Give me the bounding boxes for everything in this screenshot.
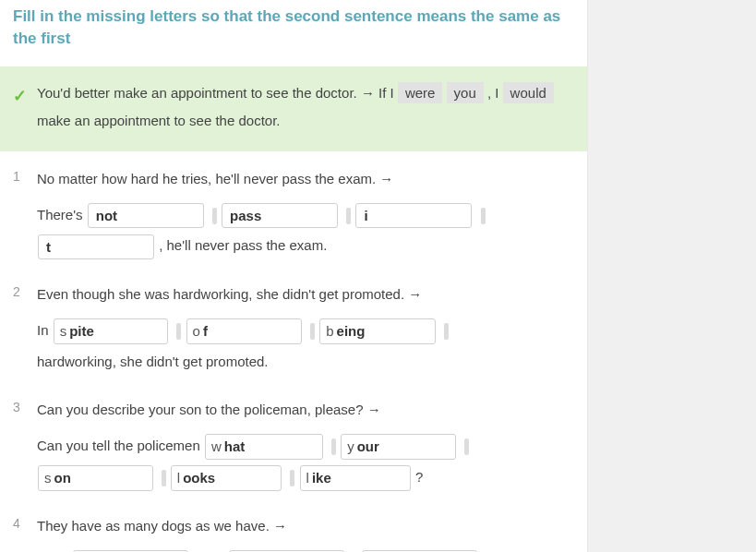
answer-pretext: There's — [37, 207, 87, 222]
blank-input[interactable] — [54, 470, 147, 486]
drag-handle-icon[interactable] — [310, 323, 315, 340]
example-block: ✓ You'd better make an appointment to se… — [0, 66, 587, 151]
question-3: 3 Can you describe your son to the polic… — [13, 399, 574, 493]
blank-3[interactable]: s — [38, 465, 153, 491]
blank-input[interactable] — [46, 239, 148, 255]
blank-prefix: l — [177, 470, 181, 486]
blank-prefix: b — [326, 323, 334, 339]
blank-input[interactable] — [224, 438, 317, 454]
question-prompt: No matter how hard he tries, he'll never… — [37, 168, 574, 190]
example-answer-1: were — [398, 82, 443, 103]
main-content: Fill in the missing letters so that the … — [0, 0, 587, 552]
blank-2[interactable] — [222, 203, 338, 229]
blank-input[interactable] — [357, 438, 450, 454]
blank-5[interactable]: l — [300, 465, 411, 491]
answer-line-1: There's — [37, 199, 574, 231]
right-sidebar — [587, 0, 756, 552]
blank-3[interactable] — [355, 203, 472, 229]
question-prompt: Even though she was hardworking, she did… — [37, 283, 574, 306]
blank-prefix: w — [211, 438, 222, 454]
question-content: They have as many dogs as we have. → The… — [37, 515, 574, 553]
drag-handle-icon[interactable] — [162, 470, 166, 486]
question-1: 1 No matter how hard he tries, he'll nev… — [13, 168, 574, 262]
blank-2[interactable]: o — [186, 318, 302, 344]
blank-input[interactable] — [183, 470, 275, 486]
check-icon: ✓ — [13, 79, 27, 113]
drag-handle-icon[interactable] — [290, 470, 294, 486]
question-number: 3 — [13, 399, 37, 493]
blank-prefix: s — [44, 470, 53, 486]
questions-list: 1 No matter how hard he tries, he'll nev… — [0, 151, 587, 552]
blank-2[interactable]: y — [341, 434, 456, 460]
example-answer-3: would — [503, 82, 554, 103]
example-part1: You'd better make an appointment to see … — [37, 85, 398, 101]
answer-line-2: , he'll never pass the exam. — [37, 230, 574, 261]
blank-1[interactable]: s — [54, 318, 169, 344]
blank-prefix: l — [306, 470, 310, 486]
drag-handle-icon[interactable] — [331, 438, 336, 455]
answer-line-1: They h the s n — [37, 546, 574, 553]
blank-1[interactable]: w — [205, 434, 323, 460]
blank-input[interactable] — [364, 208, 465, 223]
question-number: 1 — [13, 168, 37, 262]
blank-input[interactable] — [312, 470, 404, 486]
answer-pretext: In — [37, 322, 53, 338]
answer-posttext: ? — [415, 469, 423, 485]
blank-input[interactable] — [337, 323, 429, 339]
blank-4[interactable] — [38, 234, 154, 260]
blank-1[interactable] — [88, 203, 204, 229]
blank-input[interactable] — [96, 208, 198, 223]
question-4: 4 They have as many dogs as we have. → T… — [13, 515, 574, 553]
blank-prefix: y — [347, 438, 355, 454]
answer-line-1: In s o b — [37, 315, 574, 346]
example-answer-2: you — [447, 82, 484, 103]
example-text: You'd better make an appointment to see … — [37, 82, 554, 128]
question-content: No matter how hard he tries, he'll never… — [37, 168, 574, 262]
blank-input[interactable] — [203, 323, 295, 339]
question-number: 2 — [13, 283, 37, 377]
example-gap2: , I — [487, 85, 503, 101]
question-content: Can you describe your son to the policem… — [37, 399, 574, 493]
question-number: 4 — [13, 515, 37, 553]
question-content: Even though she was hardworking, she did… — [37, 283, 574, 377]
answer-pretext: Can you tell the policemen — [37, 438, 204, 453]
answer-line-1: Can you tell the policemen w y — [37, 430, 574, 462]
answer-line-2: hardworking, she didn't get promoted. — [37, 346, 574, 377]
blank-prefix: o — [193, 323, 201, 339]
question-prompt: They have as many dogs as we have. → — [37, 515, 574, 537]
question-prompt: Can you describe your son to the policem… — [37, 399, 574, 421]
blank-4[interactable]: l — [171, 465, 282, 491]
question-2: 2 Even though she was hardworking, she d… — [13, 283, 574, 377]
drag-handle-icon[interactable] — [176, 323, 181, 340]
blank-input[interactable] — [69, 323, 162, 339]
drag-handle-icon[interactable] — [444, 323, 449, 340]
blank-prefix: s — [60, 323, 68, 339]
blank-input[interactable] — [230, 208, 331, 223]
example-part2: make an appointment to see the doctor. — [37, 113, 281, 128]
drag-handle-icon[interactable] — [212, 208, 217, 224]
blank-3[interactable]: b — [319, 318, 435, 344]
answer-line-2: s l l ? — [37, 462, 574, 493]
drag-handle-icon[interactable] — [481, 208, 486, 224]
drag-handle-icon[interactable] — [346, 208, 351, 224]
drag-handle-icon[interactable] — [464, 438, 469, 455]
instruction-heading: Fill in the missing letters so that the … — [0, 0, 587, 66]
answer-posttext: , he'll never pass the exam. — [159, 237, 327, 253]
